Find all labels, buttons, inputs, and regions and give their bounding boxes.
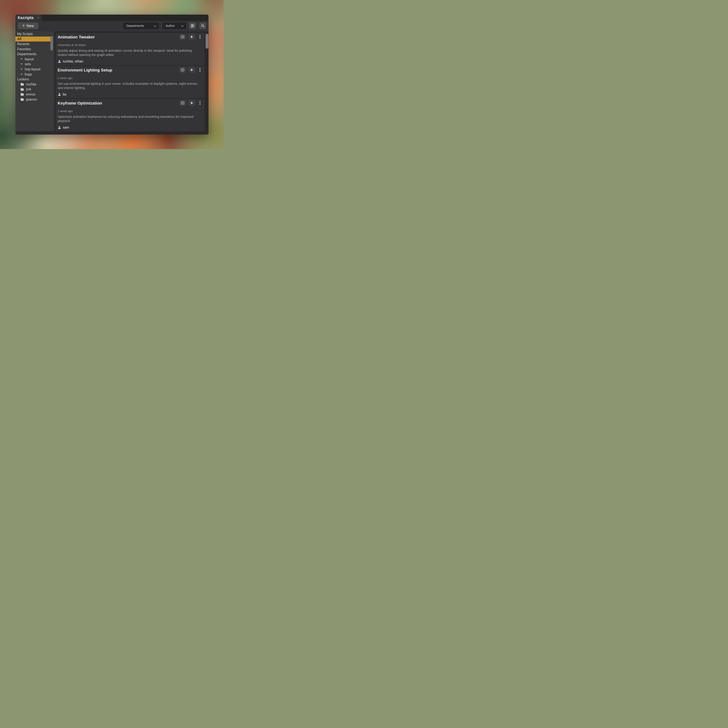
triangle-down-icon[interactable]	[20, 63, 23, 65]
sidebar-item-label: jmk	[26, 87, 31, 91]
sidebar-items: My Scripts All Recents Favorites Departm…	[15, 31, 54, 102]
script-title: Environment Lighting Setup	[58, 68, 112, 72]
run-button[interactable]	[188, 34, 195, 40]
sidebar-item-all[interactable]: All	[15, 37, 51, 42]
close-icon[interactable]: ×	[37, 16, 39, 20]
script-authors: tia	[58, 92, 66, 96]
sidebar-item-label: jwarren	[26, 98, 37, 101]
tab-title: Xscripts	[15, 15, 34, 20]
triangle-down-icon[interactable]	[20, 58, 23, 60]
tab-xscripts[interactable]: Xscripts ×	[15, 15, 42, 21]
sidebar-item-label: hop-layout	[25, 67, 40, 71]
plus-icon: +	[22, 24, 25, 28]
chevron-down-icon	[181, 24, 184, 27]
departments-dropdown[interactable]: Departments	[123, 23, 159, 29]
play-icon	[190, 35, 194, 39]
sidebar-item-label: ruchita	[26, 83, 36, 86]
kebab-menu-icon[interactable]	[199, 100, 201, 106]
person-icon	[58, 60, 61, 63]
run-button[interactable]	[188, 67, 195, 73]
script-author-names: tia	[63, 92, 66, 96]
sidebar-item-emron[interactable]: emron	[15, 92, 51, 97]
folder-icon	[20, 83, 24, 86]
code-box-icon	[181, 101, 185, 105]
sidebar-item-jwarren[interactable]: jwarren	[15, 97, 51, 102]
sidebar-item-my-scripts[interactable]: My Scripts	[15, 31, 51, 37]
sidebar-item-sets[interactable]: sets	[15, 62, 51, 67]
script-card[interactable]: Environment Lighting Setup 1 week ago Se…	[56, 66, 205, 98]
sidebar-item-hop-layout[interactable]: hop-layout	[15, 67, 51, 72]
xscripts-window: Xscripts × + New Departments Author	[15, 15, 208, 135]
code-box-icon	[181, 35, 185, 39]
sidebar-item-label: layout	[25, 57, 34, 61]
sidebar-item-label: emron	[26, 92, 35, 96]
script-title: Animation Tweaker	[58, 35, 95, 40]
play-icon	[190, 101, 194, 105]
triangle-down-icon[interactable]	[20, 69, 23, 70]
sidebar-item-ruchita[interactable]: ruchita	[15, 82, 51, 87]
script-card[interactable]: Animation Tweaker Yesterday at 10:45pm Q…	[56, 33, 205, 65]
script-title: Keyframe Optimization	[58, 101, 102, 106]
sidebar-item-label: bugs	[25, 72, 32, 76]
sliders-icon	[190, 24, 194, 28]
sidebar-item-departments[interactable]: Departments	[15, 52, 51, 57]
new-button-label: New	[27, 24, 34, 28]
sidebar-item-label: Departments	[17, 52, 37, 56]
sidebar-item-favorites[interactable]: Favorites	[15, 47, 51, 52]
window-titlebar: Xscripts ×	[15, 15, 208, 21]
sidebar-item-bugs[interactable]: bugs	[15, 72, 51, 77]
departments-dropdown-label: Departments	[126, 24, 144, 28]
code-box-icon	[181, 68, 185, 72]
person-icon	[58, 93, 61, 96]
filter-button[interactable]	[189, 23, 196, 29]
sidebar-item-label: All	[17, 37, 21, 41]
run-button[interactable]	[188, 100, 195, 106]
code-button[interactable]	[179, 34, 186, 40]
script-authors: ruchita, rehan	[58, 60, 83, 63]
script-description: Optimizes animation keyframes by reducin…	[58, 115, 198, 123]
card-actions	[179, 100, 201, 106]
script-timestamp: 1 week ago	[58, 110, 72, 113]
folder-icon	[20, 98, 24, 101]
card-actions	[179, 67, 201, 73]
script-description: Quickly adjust timing and easing of anim…	[58, 49, 198, 57]
script-description: Set uup environmental lighting in your s…	[58, 81, 198, 90]
script-timestamp: 1 week ago	[58, 76, 72, 80]
script-card[interactable]: Keyframe Optimization 1 week ago Optimiz…	[56, 99, 205, 132]
sidebar: My Scripts All Recents Favorites Departm…	[15, 31, 54, 132]
list-scrollbar-thumb[interactable]	[206, 34, 208, 49]
card-actions	[179, 34, 201, 40]
scripts-list: Animation Tweaker Yesterday at 10:45pm Q…	[56, 31, 205, 132]
folder-icon	[20, 88, 24, 91]
folder-icon	[20, 93, 24, 96]
author-dropdown[interactable]: Author	[162, 23, 186, 29]
search-icon	[201, 24, 205, 28]
kebab-menu-icon[interactable]	[199, 34, 201, 40]
person-icon	[58, 126, 61, 129]
sidebar-item-label: My Scripts	[17, 32, 33, 36]
script-authors: sam	[58, 125, 69, 130]
content-area: My Scripts All Recents Favorites Departm…	[15, 31, 208, 135]
script-timestamp: Yesterday at 10:45pm	[58, 43, 86, 47]
author-dropdown-label: Author	[166, 24, 175, 28]
sidebar-item-label: sets	[25, 62, 31, 66]
script-author-names: ruchita, rehan	[63, 60, 83, 63]
kebab-menu-icon[interactable]	[199, 67, 201, 73]
new-button[interactable]: + New	[18, 23, 38, 29]
search-button[interactable]	[199, 23, 206, 29]
code-button[interactable]	[179, 100, 186, 106]
sidebar-item-lockers[interactable]: Lockers	[15, 77, 51, 82]
sidebar-item-label: Recents	[17, 42, 29, 46]
sidebar-item-jmk[interactable]: jmk	[15, 87, 51, 92]
triangle-down-icon[interactable]	[20, 73, 23, 75]
sidebar-scrollbar-thumb[interactable]	[50, 36, 53, 50]
play-icon	[190, 68, 194, 72]
sidebar-item-layout[interactable]: layout	[15, 57, 51, 62]
sidebar-item-label: Lockers	[17, 77, 29, 81]
sidebar-item-label: Favorites	[17, 47, 31, 51]
chevron-down-icon	[154, 24, 156, 27]
sidebar-item-recents[interactable]: Recents	[15, 41, 51, 47]
script-author-names: sam	[63, 125, 69, 130]
toolbar: + New Departments Author	[15, 21, 208, 31]
code-button[interactable]	[179, 67, 186, 73]
